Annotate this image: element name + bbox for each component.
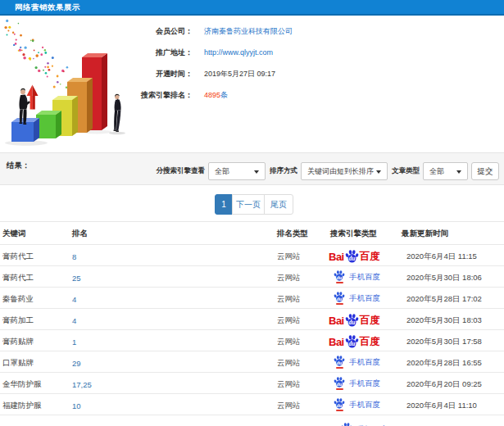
filter-bar: 结果： 分搜索引擎查看 全部 排序方式 关键词由短到长排序 文章类型 全部 提交: [0, 152, 504, 185]
info-row-opened: 开通时间： 2019年5月27日 09:17: [123, 63, 467, 84]
baidu-du-text: du: [337, 403, 343, 408]
baidu-paw-icon: du: [334, 356, 345, 366]
baidu-mobile-logo: du手机百度: [334, 377, 380, 392]
baidu-bai-text: Bai: [329, 336, 344, 348]
engine-filter-label: 分搜索引擎查看: [157, 166, 206, 176]
baidu-du-text: du: [348, 340, 355, 347]
info-row-rank-count: 搜索引擎排名： 4895条: [123, 84, 467, 106]
page-title: 网络营销效果展示: [15, 0, 80, 14]
rank-type-cell: 云网站: [277, 358, 301, 369]
rank-count-value: 4895条: [204, 90, 228, 101]
baidu-du-text: du: [348, 255, 355, 262]
rank-count-number: 4895: [204, 91, 220, 99]
baidu-mobile-paw: du: [341, 423, 352, 426]
rank-link[interactable]: 8: [72, 252, 76, 261]
baidu-mobile-text: 手机百度: [349, 356, 380, 368]
company-link[interactable]: 济南秦鲁药业科技有限公司: [204, 26, 293, 37]
article-type-select[interactable]: 全部: [423, 162, 468, 180]
info-row-company: 会员公司： 济南秦鲁药业科技有限公司: [123, 20, 467, 42]
rank-link[interactable]: 29: [72, 359, 81, 368]
table-row: du手机百度: [0, 415, 504, 426]
engine-filter-value: 全部: [215, 167, 229, 175]
chevron-down-icon: [254, 170, 259, 174]
rank-type-cell: 云网站: [277, 252, 301, 262]
engine-type-cell: du手机百度: [329, 377, 380, 392]
table-header: 关键词 排名 排名类型 搜索引擎类型 最新更新时间: [0, 221, 504, 245]
pagination-last[interactable]: 尾页: [264, 194, 293, 215]
promo-url-link[interactable]: http://www.qlyyjt.com: [204, 48, 273, 57]
engine-type-cell: Baidu百度: [329, 249, 380, 264]
company-info-list: 会员公司： 济南秦鲁药业科技有限公司 推广地址： http://www.qlyy…: [123, 20, 467, 106]
table-row: 口罩贴牌29云网站du手机百度2020年5月28日 16:55: [0, 351, 504, 373]
chevron-down-icon: [376, 170, 381, 174]
pagination-page-1[interactable]: 1: [215, 194, 233, 215]
rank-count-unit: 条: [220, 91, 228, 99]
baidu-paw-icon: du: [345, 335, 359, 348]
rank-type-cell: 云网站: [277, 379, 301, 390]
baidu-mobile-text: 手机百度: [349, 292, 380, 304]
update-time-cell: 2020年5月30日 18:06: [406, 273, 482, 283]
baidu-pc-logo: Baidu百度: [329, 334, 380, 349]
rank-link[interactable]: 4: [72, 316, 76, 325]
rank-link[interactable]: 17,25: [72, 380, 92, 389]
submit-button[interactable]: 提交: [471, 162, 499, 180]
keyword-cell: 秦鲁药业: [2, 294, 34, 305]
baidu-du-text: du: [337, 275, 343, 280]
baidu-mobile-paw: du: [334, 270, 345, 283]
table-row: 膏药代工8云网站Baidu百度2020年6月4日 11:15: [0, 245, 504, 266]
baidu-du-text: du: [337, 297, 343, 301]
rank-count-label: 搜索引擎排名：: [141, 90, 193, 101]
engine-filter-select[interactable]: 全部: [208, 162, 266, 180]
summary-section: 会员公司： 济南秦鲁药业科技有限公司 推广地址： http://www.qlyy…: [0, 16, 504, 152]
keyword-cell: 膏药加工: [2, 315, 34, 326]
baidu-mobile-logo: du手机百度: [334, 270, 380, 285]
chevron-down-icon: [456, 170, 461, 174]
marketing-report-page: 网络营销效果展示 会员公司： 济南秦鲁药业科技有限公司 推广地址： http:/…: [0, 0, 504, 426]
update-time-cell: 2020年6月4日 11:15: [406, 252, 477, 262]
baidu-paw-icon: du: [334, 377, 345, 387]
keyword-rank-table: 关键词 排名 排名类型 搜索引擎类型 最新更新时间 膏药代工8云网站Baidu百…: [0, 221, 504, 426]
rank-link[interactable]: 10: [72, 401, 81, 410]
baidu-cn-text: 百度: [360, 250, 380, 264]
baidu-mobile-paw: du: [334, 398, 345, 411]
baidu-pc-logo: Baidu百度: [329, 313, 380, 328]
baidu-mobile-text: 手机百度: [349, 378, 380, 389]
update-time-cell: 2020年6月4日 11:10: [406, 401, 477, 411]
keyword-cell: 膏药代工: [2, 252, 34, 262]
table-row: 膏药代工25云网站du手机百度2020年5月30日 18:06: [0, 266, 504, 288]
baidu-mobile-underline-icon: [336, 282, 343, 283]
baidu-du-text: du: [348, 319, 355, 326]
header-update-time: 最新更新时间: [402, 228, 448, 238]
baidu-du-text: du: [337, 382, 343, 387]
baidu-mobile-text: 手机百度: [349, 399, 380, 410]
keyword-cell: 膏药贴牌: [2, 337, 34, 347]
rank-link[interactable]: 1: [72, 338, 76, 347]
update-time-cell: 2020年5月28日 16:55: [406, 358, 482, 369]
baidu-mobile-logo: du手机百度: [334, 356, 380, 370]
baidu-paw-icon: du: [334, 398, 345, 409]
update-time-cell: 2020年5月30日 17:58: [406, 337, 482, 347]
baidu-bai-text: Bai: [329, 251, 344, 263]
engine-type-cell: du手机百度: [329, 356, 380, 370]
keyword-cell: 福建防护服: [2, 401, 42, 411]
engine-type-cell: du手机百度: [329, 398, 380, 413]
rank-type-cell: 云网站: [277, 273, 301, 283]
baidu-bai-text: Bai: [329, 315, 344, 327]
baidu-paw-icon: du: [345, 250, 359, 263]
pagination-next[interactable]: 下一页: [232, 194, 265, 215]
pagination: 1 下一页 尾页: [215, 194, 293, 215]
article-type-label: 文章类型: [392, 166, 420, 176]
businessman-right-figure: [114, 94, 121, 132]
sort-filter-select[interactable]: 关键词由短到长排序: [301, 162, 388, 180]
table-row: 金华防护服17,25云网站du手机百度2020年6月20日 09:25: [0, 373, 504, 394]
baidu-mobile-paw: du: [334, 356, 345, 369]
baidu-mobile-logo: du手机百度: [334, 398, 380, 413]
rank-type-cell: 云网站: [277, 294, 301, 305]
rank-link[interactable]: 25: [72, 274, 81, 283]
table-row: 膏药贴牌1云网站Baidu百度2020年5月30日 17:58: [0, 330, 504, 351]
update-time-cell: 2020年5月30日 18:03: [406, 315, 482, 326]
header-rank: 排名: [72, 228, 88, 238]
rank-link[interactable]: 4: [72, 295, 76, 304]
header-rank-type: 排名类型: [277, 228, 308, 238]
update-time-cell: 2020年6月20日 09:25: [406, 379, 482, 390]
